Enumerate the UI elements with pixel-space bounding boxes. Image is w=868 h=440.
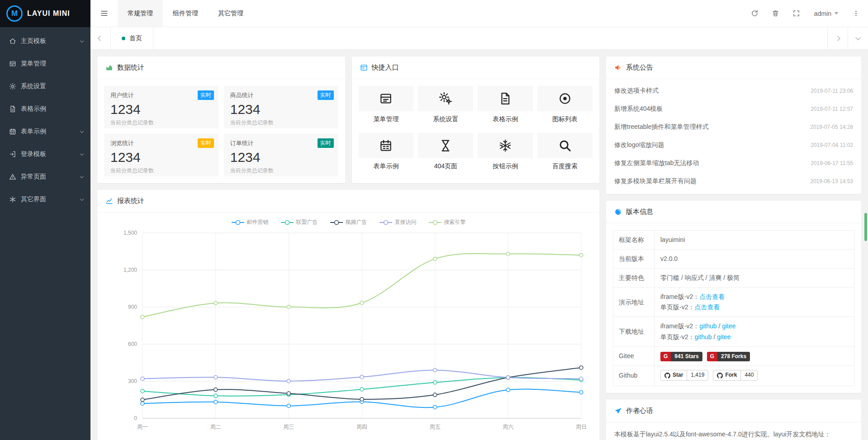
card-stats: 数据统计 用户统计1234当前分类总记录数实时商品统计1234当前分类总记录数实…	[97, 57, 345, 183]
version-link[interactable]: github	[699, 322, 716, 330]
more-menu-icon[interactable]	[845, 0, 866, 27]
sidebar-item[interactable]: 表单示例	[0, 120, 90, 143]
fullscreen-icon[interactable]	[786, 0, 807, 27]
quick-tile[interactable]: 系统设置	[418, 86, 473, 123]
quick-tile-label: 按钮示例	[478, 162, 533, 170]
notice-list: 修改选项卡样式2019-07-11 23:06新增系统404模板2019-07-…	[606, 79, 861, 194]
author-line1: 本模板基于layui2.5.4以及font-awesome-4.7.0进行实现。…	[614, 431, 830, 438]
sidebar-item[interactable]: 其它界面	[0, 188, 90, 211]
version-row: 当前版本v2.0.0	[613, 250, 854, 269]
card-title: 版本信息	[626, 208, 653, 216]
stat-value: 1234	[230, 150, 332, 165]
svg-text:周二: 周二	[210, 424, 221, 430]
legend-item[interactable]: 直接访问	[379, 218, 417, 226]
sidebar-item[interactable]: 表格示例	[0, 98, 90, 120]
svg-text:1,500: 1,500	[123, 230, 137, 236]
github-icon	[717, 373, 723, 378]
sidebar-item-label: 表格示例	[21, 105, 83, 113]
main-content: 数据统计 用户统计1234当前分类总记录数实时商品统计1234当前分类总记录数实…	[90, 50, 868, 440]
notice-date: 2019-07-05 14:28	[810, 124, 853, 130]
notice-item: 修复左侧菜单缩放tab无法移动2019-06-17 11:55	[614, 154, 853, 172]
header-nav-item[interactable]: 组件管理	[163, 0, 208, 27]
notice-text: 新增treetable插件和菜单管理样式	[614, 123, 708, 131]
card-notice: 系统公告 修改选项卡样式2019-07-11 23:06新增系统404模板201…	[606, 57, 861, 194]
gitee-badge[interactable]: G941 Stars	[660, 352, 702, 362]
legend-marker-icon	[231, 220, 245, 225]
quick-tile[interactable]: 表单示例	[359, 133, 414, 170]
sidebar-item[interactable]: 系统设置	[0, 75, 90, 98]
legend-label: 视频广告	[346, 218, 367, 226]
notice-date: 2019-07-11 23:06	[811, 88, 853, 94]
legend-marker-icon	[379, 220, 393, 225]
refresh-icon[interactable]	[745, 0, 765, 27]
svg-text:300: 300	[128, 378, 137, 384]
quick-tile[interactable]: 图标列表	[537, 86, 593, 123]
notice-item: 新增treetable插件和菜单管理样式2019-07-05 14:28	[614, 118, 853, 136]
version-row: 主要特色零门槛 / 响应式 / 清爽 / 极简	[613, 269, 854, 288]
version-link[interactable]: 点击查看	[694, 303, 720, 311]
quick-tile-label: 图标列表	[537, 115, 593, 123]
stat-box: 浏览统计1234当前分类总记录数实时	[104, 134, 218, 176]
app-logo: M LAYUI MINI	[0, 0, 90, 27]
sidebar-item-label: 其它界面	[21, 195, 81, 203]
sidebar-item[interactable]: 主页模板	[0, 30, 90, 52]
sidebar-item-label: 菜单管理	[21, 60, 83, 68]
calendar-icon	[9, 128, 16, 135]
legend-label: 联盟广告	[296, 218, 318, 226]
sidebar-item[interactable]: 菜单管理	[0, 52, 90, 75]
legend-marker-icon	[330, 220, 343, 225]
stat-desc: 当前分类总记录数	[230, 167, 332, 175]
legend-item[interactable]: 联盟广告	[280, 218, 318, 226]
header-nav-item[interactable]: 其它管理	[208, 0, 253, 27]
tab-menu-toggle[interactable]	[848, 27, 868, 49]
card-report: 报表统计 邮件营销联盟广告视频广告直接访问搜索引擎 周一周二周三周四周五周六周日…	[97, 190, 599, 440]
tab-scroll-left[interactable]	[90, 27, 111, 49]
chart-area: 周一周二周三周四周五周六周日03006009001,2001,500	[97, 226, 599, 440]
legend-item[interactable]: 邮件营销	[231, 218, 269, 226]
chevron-down-icon	[80, 38, 84, 42]
version-link[interactable]: gitee	[717, 333, 730, 341]
calendar-icon	[359, 133, 414, 158]
quick-tile-grid: 菜单管理系统设置表格示例图标列表表单示例404页面按钮示例百度搜索	[359, 86, 593, 170]
search-icon	[537, 133, 593, 158]
tab-active-dot	[122, 37, 125, 40]
legend-marker-icon	[428, 220, 442, 225]
quick-tile[interactable]: 菜单管理	[359, 86, 414, 123]
legend-label: 直接访问	[395, 218, 417, 226]
tab-home[interactable]: 首页	[111, 27, 153, 49]
version-row: 框架名称layuimini	[613, 231, 854, 250]
stat-badge: 实时	[198, 90, 214, 100]
collapse-sidebar-icon[interactable]	[90, 0, 118, 27]
github-badge[interactable]: Star1,419	[660, 370, 708, 381]
clear-cache-icon[interactable]	[765, 0, 786, 27]
chevron-down-icon	[80, 151, 84, 155]
version-row-label: 框架名称	[613, 231, 655, 250]
quick-tile[interactable]: 404页面	[418, 133, 473, 170]
window-icon	[359, 86, 414, 111]
legend-item[interactable]: 视频广告	[330, 218, 367, 226]
quick-tile[interactable]: 表格示例	[478, 86, 533, 123]
version-link[interactable]: gitee	[722, 322, 735, 330]
notice-date: 2019-07-11 12:57	[811, 106, 853, 112]
quick-tile[interactable]: 百度搜索	[537, 133, 593, 170]
version-link[interactable]: 点击查看	[699, 293, 725, 300]
tab-home-label: 首页	[129, 34, 142, 43]
quick-tile[interactable]: 按钮示例	[478, 133, 533, 170]
card-title: 作者心语	[626, 407, 653, 415]
gitee-badge[interactable]: G278 Forks	[707, 352, 750, 362]
version-link[interactable]: github	[694, 333, 711, 341]
sidebar-item[interactable]: 登录模板	[0, 143, 90, 166]
header-nav-item[interactable]: 常规管理	[118, 0, 163, 27]
svg-text:900: 900	[128, 304, 137, 310]
user-dropdown[interactable]: admin	[807, 0, 845, 27]
legend-item[interactable]: 搜索引擎	[428, 218, 466, 226]
hourglass-icon	[418, 133, 473, 158]
sidebar-menu: 主页模板菜单管理系统设置表格示例表单示例登录模板异常页面其它界面	[0, 27, 90, 211]
main-scrollbar[interactable]	[864, 213, 867, 241]
quick-tile-label: 系统设置	[418, 115, 473, 123]
quick-tile-label: 百度搜索	[537, 162, 593, 170]
sidebar-item[interactable]: 异常页面	[0, 166, 90, 188]
github-badge[interactable]: Fork440	[713, 370, 758, 381]
card-title: 系统公告	[626, 63, 653, 72]
tab-scroll-right[interactable]	[827, 27, 848, 49]
